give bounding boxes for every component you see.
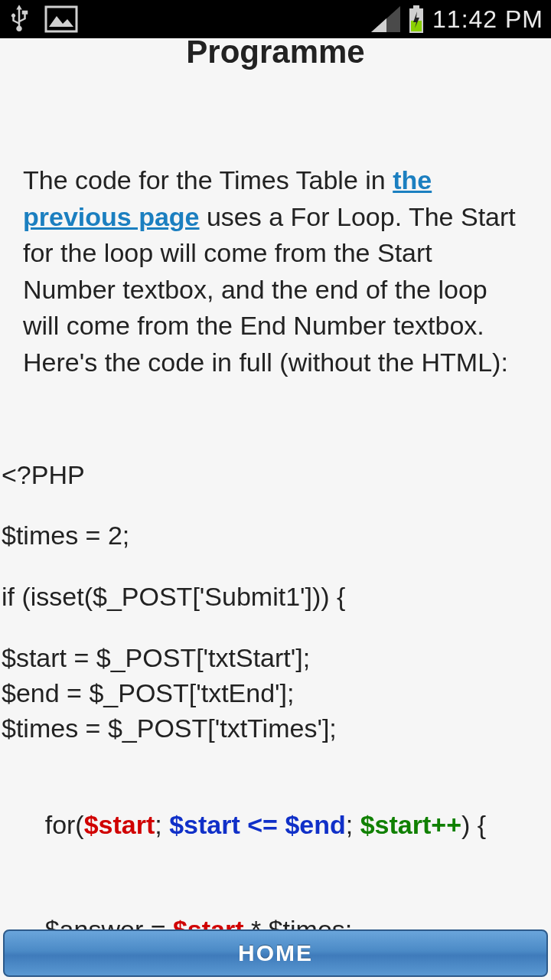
svg-rect-1 [413,5,419,8]
code-line: $end = $_POST['txtEnd']; [2,676,549,711]
svg-rect-0 [46,7,77,31]
intro-paragraph: The code for the Times Table in the prev… [0,162,551,381]
status-left [8,5,78,34]
code-line: $times = 2; [2,518,549,554]
code-var-start: $start [173,915,244,929]
code-cond: $start <= $end [169,810,346,839]
code-text: ; [155,810,169,839]
code-line-answer: $answer = $start * $times; [2,878,549,929]
signal-icon [371,6,400,32]
code-text: $answer = [45,915,173,929]
usb-icon [8,5,31,34]
code-text: for( [45,810,84,839]
content-area: Programme The code for the Times Table i… [0,38,551,929]
code-line-for: for($start; $start <= $end; $start++) { [2,773,549,878]
code-line: $start = $_POST['txtStart']; [2,641,549,676]
status-bar: 11:42 PM [0,0,551,38]
code-block: <?PHP $times = 2; if (isset($_POST['Subm… [0,458,551,929]
code-line: if (isset($_POST['Submit1'])) { [2,580,549,615]
code-line: $times = $_POST['txtTimes']; [2,711,549,746]
picture-icon [44,5,78,33]
status-time: 11:42 PM [432,5,543,34]
code-line: <?PHP [2,458,549,493]
code-inc: $start++ [360,810,461,839]
home-button[interactable]: HOME [3,929,548,977]
code-text: ; [346,810,360,839]
code-text: ) { [461,810,486,839]
battery-charging-icon [408,5,425,33]
page-title: Programme [0,38,551,93]
status-right: 11:42 PM [371,5,543,34]
code-text: * $times; [244,915,353,929]
para-text-before: The code for the Times Table in [23,165,393,194]
code-var-start: $start [84,810,155,839]
home-button-label: HOME [238,940,313,966]
